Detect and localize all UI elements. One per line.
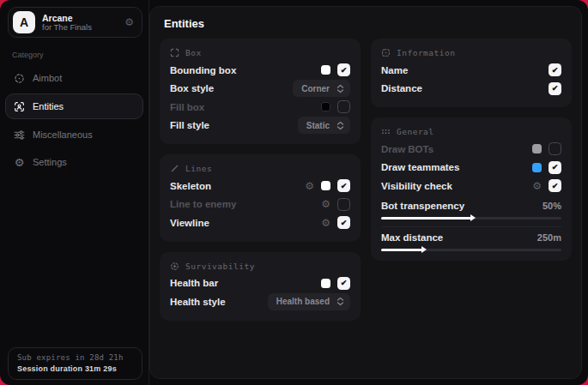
section-box: Box Bounding box ✔ Box style Corner [160, 39, 361, 144]
dropdown-value: Static [306, 121, 330, 130]
slider-thumb[interactable] [421, 246, 427, 253]
sidebar-item-settings[interactable]: ⚙ Settings [5, 150, 143, 174]
slider-thumb[interactable] [470, 214, 476, 221]
section-label: Survivability [185, 262, 255, 271]
app-text: Arcane for The Finals [42, 13, 92, 33]
sidebar-item-miscellaneous[interactable]: Miscellaneous [5, 123, 143, 147]
skeleton-settings-icon[interactable]: ⚙ [305, 181, 314, 191]
entity-scan-icon [14, 101, 25, 112]
row-fill-style: Fill style Static [170, 117, 350, 135]
fill-box-checkbox[interactable] [337, 100, 350, 113]
check-icon: ✔ [552, 163, 559, 171]
sidebar-item-aimbot[interactable]: Aimbot [5, 66, 143, 90]
health-bar-checkbox[interactable]: ✔ [337, 277, 350, 290]
viewline-settings-icon[interactable]: ⚙ [321, 218, 330, 228]
dropdown-value: Health based [276, 297, 330, 306]
row-visibility-check: Visibility check ⚙ ✔ [381, 177, 561, 196]
section-information-header: Information [381, 45, 561, 61]
dots-grid-icon [381, 127, 391, 136]
diagonal-line-icon [170, 164, 179, 173]
sidebar: A Arcane for The Finals ⚙ Category Aimbo… [0, 0, 149, 385]
row-health-style: Health style Health based [170, 292, 350, 311]
check-icon: ✔ [341, 182, 348, 190]
page-title: Entities [150, 7, 581, 39]
box-style-dropdown[interactable]: Corner [293, 80, 350, 97]
viewline-checkbox[interactable]: ✔ [337, 216, 350, 229]
distance-checkbox[interactable]: ✔ [549, 82, 561, 95]
skeleton-color-swatch[interactable] [321, 181, 330, 190]
draw-bots-color-swatch[interactable] [532, 144, 542, 153]
bot-transparency-slider-group: Bot transpenency 50% [381, 198, 561, 220]
app-window: A Arcane for The Finals ⚙ Category Aimbo… [0, 0, 588, 385]
chevrons-up-down-icon [336, 84, 344, 93]
bounding-box-checkbox[interactable]: ✔ [337, 63, 350, 76]
draw-teammates-color-swatch[interactable] [532, 163, 542, 172]
app-profile-card[interactable]: A Arcane for The Finals ⚙ [8, 7, 142, 38]
left-column: Box Bounding box ✔ Box style Corner [160, 39, 361, 321]
section-label: Information [397, 48, 455, 57]
app-subtitle: for The Finals [42, 23, 92, 33]
section-general-header: General [381, 124, 561, 140]
health-bar-color-swatch[interactable] [321, 279, 330, 288]
section-lines-header: Lines [170, 161, 350, 177]
section-general: General Draw BOTs Draw teammates ✔ [371, 117, 572, 261]
line-to-enemy-settings-icon[interactable]: ⚙ [321, 199, 330, 209]
fill-box-color-swatch[interactable] [321, 102, 330, 111]
row-bounding-box: Bounding box ✔ [170, 61, 350, 80]
row-fill-box: Fill box [170, 98, 350, 117]
sidebar-item-label: Settings [33, 157, 67, 167]
section-label: Lines [185, 164, 212, 173]
sidebar-nav: Aimbot Entities Miscellaneous ⚙ Settings [0, 66, 149, 174]
sidebar-item-label: Aimbot [33, 73, 62, 83]
bounding-box-color-swatch[interactable] [321, 65, 330, 75]
line-to-enemy-checkbox[interactable] [337, 198, 350, 211]
fill-style-dropdown[interactable]: Static [298, 117, 350, 134]
category-label: Category [12, 51, 149, 59]
visibility-check-checkbox[interactable]: ✔ [549, 179, 561, 192]
sliders-icon [14, 129, 25, 141]
section-survivability: Survivability Health bar ✔ Health style … [160, 252, 361, 321]
check-icon: ✔ [341, 279, 348, 287]
sidebar-item-entities[interactable]: Entities [5, 93, 143, 119]
chevrons-up-down-icon [336, 297, 344, 306]
sidebar-item-label: Entities [33, 101, 64, 111]
section-label: General [397, 127, 434, 136]
app-title: Arcane [42, 13, 92, 23]
draw-bots-checkbox[interactable] [549, 142, 561, 155]
sidebar-item-label: Miscellaneous [33, 129, 93, 140]
dropdown-value: Corner [301, 84, 330, 93]
check-icon: ✔ [552, 182, 559, 190]
check-icon: ✔ [552, 66, 559, 75]
row-name: Name ✔ [381, 61, 561, 80]
check-icon: ✔ [341, 219, 348, 227]
max-distance-slider[interactable] [381, 249, 561, 251]
skeleton-checkbox[interactable]: ✔ [337, 179, 350, 192]
session-duration-text: Session duration 31m 29s [17, 364, 133, 373]
row-box-style: Box style Corner [170, 80, 350, 99]
section-label: Box [185, 48, 202, 57]
health-style-dropdown[interactable]: Health based [268, 293, 350, 310]
max-distance-value: 250m [537, 232, 561, 243]
dashed-circle-icon [170, 262, 179, 271]
bot-transparency-slider[interactable] [381, 217, 561, 220]
right-column: Information Name ✔ Distance ✔ [371, 39, 572, 261]
profile-gear-icon[interactable]: ⚙ [124, 17, 134, 27]
row-line-to-enemy: Line to enemy ⚙ [170, 196, 350, 214]
divider [381, 226, 561, 227]
section-survivability-header: Survivability [170, 259, 350, 274]
section-information: Information Name ✔ Distance ✔ [371, 39, 572, 107]
row-health-bar: Health bar ✔ [170, 274, 350, 293]
info-frame-icon [381, 48, 391, 57]
bot-transparency-value: 50% [543, 201, 561, 211]
visibility-check-settings-icon[interactable]: ⚙ [532, 181, 542, 191]
check-icon: ✔ [552, 84, 559, 93]
crosshair-icon [14, 73, 25, 84]
draw-teammates-checkbox[interactable]: ✔ [549, 161, 561, 174]
box-brackets-icon [170, 48, 179, 57]
name-checkbox[interactable]: ✔ [549, 63, 561, 76]
sub-expires-text: Sub expires in 28d 21h [17, 353, 133, 362]
main-panel: Entities Box Bounding box [149, 6, 582, 379]
section-box-header: Box [170, 45, 350, 61]
max-distance-slider-group: Max distance 250m [381, 230, 561, 251]
section-lines: Lines Skeleton ⚙ ✔ Line to enemy ⚙ [160, 154, 361, 242]
